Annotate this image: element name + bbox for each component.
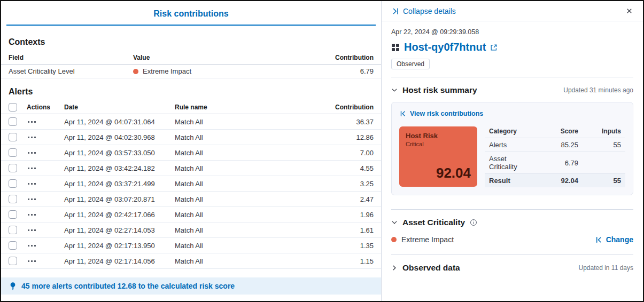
score-category: Result [489,177,527,185]
contexts-table: Field Value Contribution Asset Criticali… [1,51,381,78]
score-table-header: Category Score Inputs [485,126,625,138]
more-actions-icon[interactable] [27,120,37,124]
context-contribution: 6.79 [315,67,374,75]
col-category: Category [489,128,527,135]
alert-row: Apr 11, 2024 @ 02:42:17.066 Match All 1.… [1,207,381,222]
alerts-table: Actions Date Rule name Contribution Apr … [1,101,381,269]
more-actions-icon[interactable] [27,181,37,186]
row-checkbox[interactable] [9,241,17,250]
callout-text: 45 more alerts contributed 12.68 to the … [21,282,235,290]
score-row-asset-criticality: Asset Criticality 6.79 [485,152,625,174]
grid-icon [391,43,400,52]
col-actions: Actions [27,104,64,111]
host-title-row: Host-qy0f7htnut [382,36,643,53]
change-label: Change [606,235,633,244]
host-risk-summary-section: Host risk summary Updated 31 minutes ago [382,77,643,101]
more-actions-icon[interactable] [27,135,37,140]
col-date: Date [64,104,175,111]
alert-contribution: 1.96 [315,211,374,219]
actions-cell [27,120,64,124]
flyout-header: Collapse details [382,1,643,21]
risk-updated-text: Updated 31 minutes ago [563,86,633,94]
contexts-heading: Contexts [9,37,374,47]
risk-summary-panel: View risk contributions Host Risk Critic… [391,102,633,195]
more-actions-icon[interactable] [27,150,37,155]
alert-row: Apr 11, 2024 @ 02:17:13.950 Match All 1.… [1,238,381,253]
asset-criticality-value: Extreme Impact [391,235,454,244]
alert-rule-name: Match All [175,118,315,126]
chevron-right-icon [391,265,398,271]
row-checkbox[interactable] [9,257,17,265]
col-contribution: Contribution [315,104,374,111]
more-actions-icon[interactable] [27,228,37,233]
checkbox-cell [9,210,27,219]
row-checkbox[interactable] [9,195,17,203]
score-value: 6.79 [527,159,578,167]
host-risk-score-card: Host Risk Critical 92.04 [399,126,477,187]
view-risk-contributions-label: View risk contributions [410,110,483,117]
view-risk-contributions-link[interactable]: View risk contributions [399,110,483,117]
more-actions-icon[interactable] [27,243,37,248]
row-checkbox[interactable] [9,210,17,219]
actions-cell [27,135,64,140]
checkbox-cell [9,179,27,188]
row-checkbox[interactable] [9,117,17,126]
criticality-dot [391,237,397,242]
more-alerts-callout: 45 more alerts contributed 12.68 to the … [1,277,381,295]
alert-rule-name: Match All [175,211,315,219]
asset-criticality-heading: Asset Criticality [402,218,465,227]
row-checkbox[interactable] [9,133,17,141]
info-icon[interactable] [470,219,477,226]
alert-rule-name: Match All [175,133,315,141]
external-link-icon[interactable] [490,44,498,51]
change-criticality-button[interactable]: Change [595,235,633,244]
score-row-result: Result 92.04 55 [485,174,625,187]
select-all-checkbox[interactable] [9,103,17,112]
alert-date: Apr 11, 2024 @ 04:02:30.968 [64,133,175,141]
panel-title: Risk contributions [1,1,381,25]
alert-rule-name: Match All [175,164,315,172]
score-value: 85.25 [527,141,578,149]
chevron-down-icon [391,219,398,226]
host-name-link[interactable]: Host-qy0f7htnut [404,41,486,53]
observed-data-toggle[interactable]: Observed data [391,263,460,273]
asset-criticality-toggle[interactable]: Asset Criticality [391,218,477,227]
collapse-details-label: Collapse details [403,7,456,15]
alert-date: Apr 11, 2024 @ 03:37:21.499 [64,180,175,188]
asset-criticality-section: Asset Criticality [382,210,643,233]
observed-badge: Observed [391,59,430,69]
close-icon[interactable] [624,6,634,16]
row-checkbox[interactable] [9,226,17,234]
arrow-end-icon [391,7,400,15]
checkbox-cell [9,257,27,265]
risk-score-table: Category Score Inputs Alerts 85.25 55 As… [485,126,625,187]
row-checkbox[interactable] [9,148,17,157]
more-actions-icon[interactable] [27,166,37,171]
col-contribution: Contribution [315,54,374,61]
more-actions-icon[interactable] [27,259,37,264]
alert-row: Apr 11, 2024 @ 04:07:31.064 Match All 36… [1,114,381,130]
score-category: Asset Criticality [489,155,527,171]
checkbox-cell [9,117,27,126]
row-checkbox[interactable] [9,179,17,188]
alert-contribution: 12.86 [315,133,374,141]
alert-row: Apr 11, 2024 @ 03:57:33.050 Match All 7.… [1,145,381,161]
alert-row: Apr 11, 2024 @ 03:07:20.871 Match All 2.… [1,192,381,207]
host-risk-summary-toggle[interactable]: Host risk summary [391,85,477,95]
alert-rule-name: Match All [175,180,315,188]
more-actions-icon[interactable] [27,212,37,217]
actions-cell [27,166,64,171]
score-category: Alerts [489,141,527,149]
collapse-details-button[interactable]: Collapse details [391,7,456,15]
context-field: Asset Criticality Level [9,67,133,75]
row-checkbox[interactable] [9,164,17,172]
actions-cell [27,212,64,217]
more-actions-icon[interactable] [27,197,37,202]
asset-criticality-row: Extreme Impact Change [382,233,643,255]
alert-rule-name: Match All [175,149,315,157]
risk-contributions-screen: Risk contributions Contexts Field Value … [0,0,644,302]
col-inputs: Inputs [578,128,621,135]
alerts-table-header: Actions Date Rule name Contribution [1,101,381,114]
alerts-heading: Alerts [9,87,374,97]
alert-contribution: 4.55 [315,164,374,172]
